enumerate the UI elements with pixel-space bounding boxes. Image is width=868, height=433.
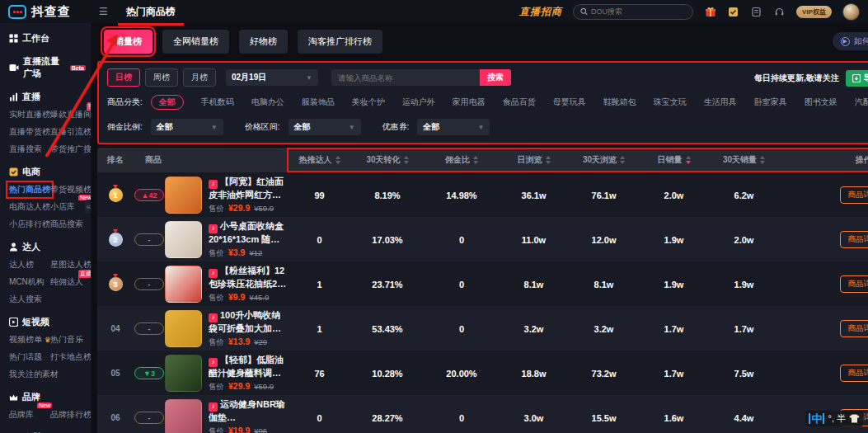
product-image[interactable]: [165, 399, 202, 433]
sidebar-item-sales-video-rank[interactable]: 带货视频榜: [50, 184, 91, 195]
search-button[interactable]: 搜索: [480, 69, 511, 86]
sort-icon[interactable]: [546, 156, 551, 164]
sidebar-item-star-map-rank[interactable]: 星图达人榜: [50, 259, 91, 271]
help-link[interactable]: ▶如何快速定位爆款商品: [833, 32, 868, 50]
coupon-select[interactable]: 全部▼: [417, 119, 490, 135]
col-sales-30d[interactable]: 30天销量: [709, 154, 779, 166]
sidebar-section-workbench[interactable]: 工作台: [9, 32, 86, 45]
tab-good-products[interactable]: 好物榜: [239, 30, 288, 54]
sidebar-item-checkin-rank[interactable]: 打卡地点榜: [50, 351, 91, 363]
col-promoters[interactable]: 热推达人: [289, 154, 350, 166]
sort-icon[interactable]: [620, 156, 625, 164]
sidebar-item-shop-rank[interactable]: 小店排行榜: [9, 219, 50, 230]
product-cell[interactable]: ♪【轻郁】低脂油醋汁健身蘸料调味料280ml 售价¥29.9¥59.9: [165, 351, 289, 396]
sidebar-item-influencer-rank[interactable]: 达人榜: [9, 259, 50, 271]
sort-icon[interactable]: [335, 156, 340, 164]
period-monthly[interactable]: 月榜: [183, 68, 216, 87]
tab-taoke-rank[interactable]: 淘客推广排行榜: [298, 30, 382, 54]
category-computer[interactable]: 电脑办公: [251, 96, 284, 108]
sort-icon-active[interactable]: [686, 156, 691, 164]
ime-skin-icon[interactable]: [849, 414, 860, 423]
sidebar-item-brand-library[interactable]: 品牌库New: [9, 409, 50, 421]
gift-icon[interactable]: [704, 6, 716, 18]
sidebar-item-product-search[interactable]: 商品搜索: [50, 219, 91, 230]
product-image[interactable]: [165, 355, 202, 392]
commission-select[interactable]: 全部▼: [151, 119, 223, 135]
live-merchant-link[interactable]: 直播招商: [519, 5, 562, 19]
category-phone[interactable]: 手机数码: [201, 96, 234, 108]
category-books[interactable]: 图书文娱: [805, 96, 838, 108]
document-icon[interactable]: [750, 6, 762, 18]
sidebar-item-hot-topic[interactable]: 热门话题: [9, 351, 50, 363]
category-all[interactable]: 全部: [151, 95, 184, 110]
product-title[interactable]: ♪【阿宽】红油面皮非油炸网红方便速食10袋装: [209, 176, 289, 200]
sidebar-item-realtime-live[interactable]: 实时直播榜: [9, 109, 50, 120]
sidebar-item-live-sales-rank[interactable]: 直播带货榜: [9, 126, 50, 138]
product-cell[interactable]: ♪100升小鸭收纳袋可折叠加大加厚棉麻材质 售价¥13.9¥29: [165, 306, 289, 351]
topbar-search[interactable]: [573, 4, 693, 20]
product-cell[interactable]: ♪运动健身NBR瑜伽垫 185cm*80cm*10mm 售价¥19.9¥96: [165, 395, 289, 433]
topbar-search-input[interactable]: [591, 7, 686, 16]
sidebar-item-video-rank[interactable]: 视频榜单 ♛: [9, 334, 50, 346]
product-image[interactable]: [165, 221, 202, 258]
sidebar-section-live-plaza[interactable]: 直播流量广场 Beta: [9, 55, 86, 80]
task-check-icon[interactable]: [727, 6, 739, 18]
category-clothing[interactable]: 服装饰品: [302, 96, 335, 108]
sidebar-item-hot-products[interactable]: 热门商品榜: [9, 184, 50, 195]
category-shoes[interactable]: 鞋靴箱包: [603, 96, 636, 108]
product-detail-button[interactable]: 商品详情: [840, 231, 868, 248]
sidebar-item-live-search[interactable]: 直播搜索: [9, 144, 50, 155]
export-button[interactable]: 导出: [846, 70, 868, 87]
price-range-select[interactable]: 全部▼: [289, 119, 361, 135]
sort-icon[interactable]: [404, 156, 409, 164]
product-cell[interactable]: ♪【阿宽】红油面皮非油炸网红方便速食10袋装 售价¥29.9¥59.9: [165, 172, 289, 218]
sort-icon[interactable]: [473, 156, 478, 164]
sidebar-item-my-materials[interactable]: 我关注的素材: [9, 369, 50, 380]
category-sports[interactable]: 运动户外: [402, 96, 435, 108]
tab-network-sales-rank[interactable]: 全网销量榜: [162, 30, 229, 54]
product-title[interactable]: ♪100升小鸭收纳袋可折叠加大加厚棉麻材质: [209, 309, 289, 334]
product-name-input[interactable]: [331, 73, 480, 82]
col-sales-day[interactable]: 日销量: [639, 154, 709, 166]
col-conversion-30d[interactable]: 30天转化: [350, 154, 425, 166]
period-daily[interactable]: 日榜: [107, 68, 140, 87]
sidebar-item-hot-music[interactable]: 热门音乐: [50, 334, 91, 346]
category-auto[interactable]: 汽配摩托: [855, 96, 868, 108]
headset-icon[interactable]: [773, 6, 786, 18]
ime-status-bar[interactable]: 中 °, 半: [805, 411, 863, 426]
product-cell[interactable]: ♪【粉丝福利】12包珍珠压花抽纸240张4层（17... 售价¥9.9¥45.9: [165, 261, 289, 307]
user-avatar[interactable]: [842, 3, 860, 21]
category-food[interactable]: 食品百货: [503, 96, 536, 108]
sidebar-item-commission-influencer[interactable]: 纯佣达人直播: [50, 276, 91, 288]
product-detail-button[interactable]: 商品详情: [840, 365, 868, 382]
collapse-sidebar-icon[interactable]: ☰: [99, 6, 108, 17]
product-image[interactable]: [165, 310, 202, 347]
topbar-page-tab[interactable]: 热门商品榜: [123, 0, 179, 25]
col-views-day[interactable]: 日浏览: [499, 154, 569, 166]
product-title[interactable]: ♪小号桌面收纳盒 20*16*13cm 随机1个: [209, 220, 289, 245]
product-title[interactable]: ♪【轻郁】低脂油醋汁健身蘸料调味料280ml: [209, 354, 289, 379]
category-jewelry[interactable]: 珠宝文玩: [654, 96, 687, 108]
product-title[interactable]: ♪【粉丝福利】12包珍珠压花抽纸240张4层（17...: [209, 265, 289, 289]
product-detail-button[interactable]: 商品详情: [840, 320, 868, 337]
sidebar-item-brand-rank[interactable]: 品牌排行榜: [50, 409, 91, 421]
sidebar-item-ecom-influencer[interactable]: 电商达人榜: [9, 201, 50, 213]
sort-icon[interactable]: [760, 156, 765, 164]
category-daily[interactable]: 生活用具: [704, 96, 737, 108]
category-furniture[interactable]: 卧室家具: [754, 96, 787, 108]
product-cell[interactable]: ♪小号桌面收纳盒 20*16*13cm 随机1个 售价¥3.9¥12: [165, 217, 289, 262]
tab-sales-rank[interactable]: 销量榜: [104, 30, 152, 54]
ime-symbols[interactable]: °, 半: [828, 412, 846, 425]
col-views-30d[interactable]: 30天浏览: [569, 154, 639, 166]
product-image[interactable]: [165, 176, 202, 214]
date-select[interactable]: 02月19日▼: [226, 69, 318, 86]
col-commission[interactable]: 佣金比: [425, 154, 499, 166]
category-baby[interactable]: 母婴玩具: [553, 96, 586, 108]
category-beauty[interactable]: 美妆个护: [352, 96, 385, 108]
category-appliance[interactable]: 家用电器: [453, 96, 486, 108]
sidebar-item-mcn[interactable]: MCN机构: [9, 276, 50, 288]
ime-lang-indicator[interactable]: 中: [809, 413, 824, 424]
product-image[interactable]: [165, 266, 202, 303]
sidebar-item-influencer-search[interactable]: 达人搜索: [9, 294, 50, 305]
product-detail-button[interactable]: 商品详情: [840, 186, 868, 204]
